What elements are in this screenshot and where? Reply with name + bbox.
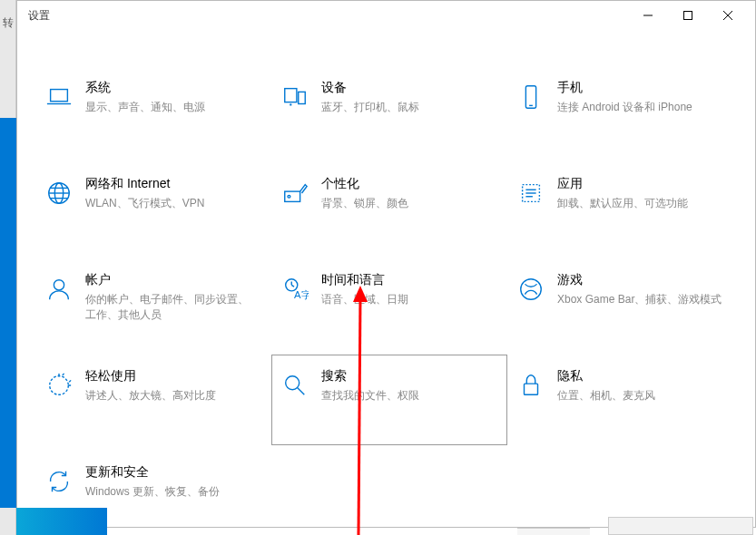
- svg-point-22: [54, 280, 64, 290]
- tile-title: 搜索: [321, 368, 419, 384]
- tile-desc: 连接 Android 设备和 iPhone: [557, 100, 692, 115]
- tile-desc: 讲述人、放大镜、高对比度: [85, 388, 216, 404]
- svg-rect-7: [299, 92, 306, 103]
- tile-desc: Xbox Game Bar、捕获、游戏模式: [557, 292, 722, 307]
- tile-time-language[interactable]: A字 时间和语言 语音、区域、日期: [271, 258, 507, 349]
- svg-rect-31: [525, 384, 538, 394]
- tile-privacy[interactable]: 隐私 位置、相机、麦克风: [507, 355, 743, 445]
- tile-desc: 显示、声音、通知、电源: [85, 100, 205, 115]
- tile-apps[interactable]: 应用 卸载、默认应用、可选功能: [507, 162, 743, 253]
- tile-devices[interactable]: 设备 蓝牙、打印机、鼠标: [271, 66, 507, 157]
- background-fragment-3: [608, 517, 753, 535]
- tile-search[interactable]: 搜索 查找我的文件、权限: [271, 355, 507, 445]
- tile-network[interactable]: 网络和 Internet WLAN、飞行模式、VPN: [35, 162, 271, 253]
- background-blue-bar: [0, 118, 16, 508]
- laptop-icon: [42, 80, 76, 114]
- tile-title: 应用: [557, 176, 688, 192]
- tile-title: 设备: [321, 80, 419, 96]
- apps-icon: [514, 176, 548, 210]
- svg-text:A字: A字: [294, 289, 309, 300]
- settings-grid: 系统 显示、声音、通知、电源 设备 蓝牙、打印机、鼠标 手机 连接 Androi…: [17, 30, 755, 535]
- svg-line-30: [298, 388, 305, 395]
- svg-line-25: [291, 285, 294, 287]
- settings-window: 设置 系统 显示、声音、通知、电源 设备: [16, 0, 756, 528]
- tile-phone[interactable]: 手机 连接 Android 设备和 iPhone: [507, 66, 743, 157]
- tile-desc: Windows 更新、恢复、备份: [85, 484, 220, 500]
- svg-rect-6: [285, 89, 297, 102]
- tile-title: 游戏: [557, 272, 722, 288]
- tile-title: 更新和安全: [85, 464, 220, 481]
- devices-icon: [278, 80, 312, 114]
- tile-title: 系统: [85, 80, 205, 96]
- tile-title: 帐户: [85, 272, 258, 288]
- minimize-button[interactable]: [628, 1, 668, 30]
- tile-accounts[interactable]: 帐户 你的帐户、电子邮件、同步设置、工作、其他人员: [35, 258, 271, 349]
- svg-point-28: [50, 376, 69, 395]
- svg-rect-9: [525, 86, 535, 108]
- paintbrush-icon: [278, 176, 312, 210]
- tile-title: 网络和 Internet: [85, 176, 204, 192]
- background-char: 转: [3, 15, 14, 31]
- tile-personalization[interactable]: 个性化 背景、锁屏、颜色: [271, 162, 507, 253]
- tile-desc: 背景、锁屏、颜色: [321, 196, 408, 211]
- lock-icon: [514, 368, 548, 403]
- phone-icon: [514, 80, 548, 114]
- svg-rect-1: [684, 12, 692, 20]
- svg-point-8: [290, 104, 291, 105]
- svg-point-29: [286, 376, 299, 390]
- tile-title: 轻松使用: [85, 368, 216, 384]
- tile-title: 手机: [557, 80, 692, 96]
- titlebar: 设置: [17, 1, 755, 30]
- tile-ease-of-access[interactable]: 轻松使用 讲述人、放大镜、高对比度: [35, 355, 271, 445]
- tile-desc: 语音、区域、日期: [321, 292, 408, 307]
- tile-desc: 蓝牙、打印机、鼠标: [321, 100, 419, 115]
- globe-icon: [42, 176, 76, 210]
- update-icon: [42, 464, 76, 499]
- background-fragment-2: [517, 528, 590, 535]
- tile-system[interactable]: 系统 显示、声音、通知、电源: [35, 66, 271, 157]
- tile-desc: WLAN、飞行模式、VPN: [85, 196, 204, 211]
- svg-point-17: [288, 195, 290, 198]
- person-icon: [42, 272, 76, 306]
- close-button[interactable]: [708, 1, 748, 30]
- tile-desc: 查找我的文件、权限: [321, 388, 419, 404]
- maximize-button[interactable]: [668, 1, 708, 30]
- tile-desc: 你的帐户、电子邮件、同步设置、工作、其他人员: [85, 292, 258, 323]
- tile-title: 个性化: [321, 176, 408, 192]
- svg-rect-16: [285, 191, 300, 201]
- time-language-icon: A字: [278, 272, 312, 306]
- search-icon: [278, 368, 312, 403]
- ease-of-access-icon: [42, 368, 76, 403]
- tile-desc: 卸载、默认应用、可选功能: [557, 196, 688, 211]
- window-title: 设置: [25, 8, 50, 24]
- tile-desc: 位置、相机、麦克风: [557, 388, 655, 404]
- tile-title: 时间和语言: [321, 272, 408, 288]
- xbox-icon: [514, 272, 548, 306]
- tile-gaming[interactable]: 游戏 Xbox Game Bar、捕获、游戏模式: [507, 258, 743, 349]
- svg-rect-4: [51, 90, 68, 102]
- taskbar-fragment: [16, 508, 107, 535]
- tile-title: 隐私: [557, 368, 655, 384]
- svg-point-27: [521, 279, 542, 300]
